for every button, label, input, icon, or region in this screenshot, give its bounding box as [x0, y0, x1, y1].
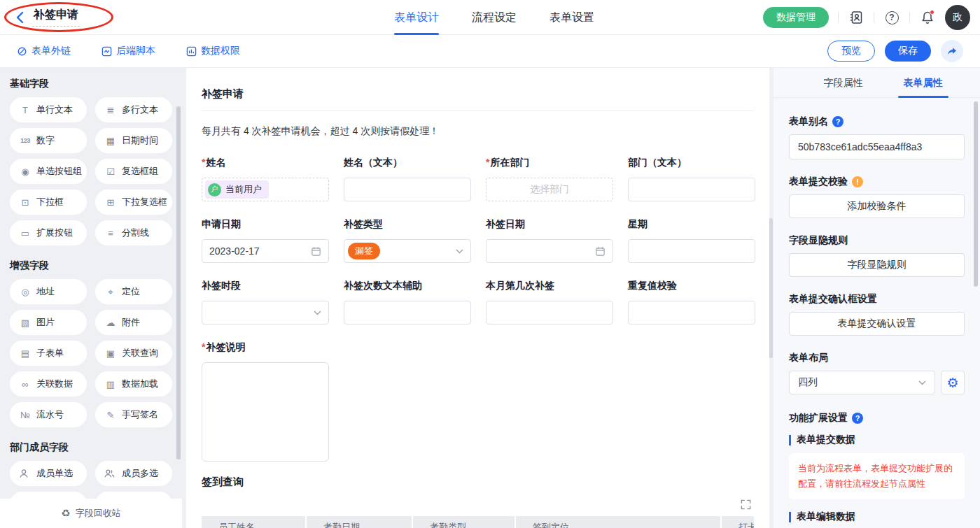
- field-name-text[interactable]: 姓名（文本）: [344, 157, 471, 201]
- contacts-icon[interactable]: [848, 9, 864, 26]
- form-external-link[interactable]: 表单外链: [17, 45, 71, 57]
- back-icon[interactable]: [15, 11, 25, 24]
- field-row-1: 姓名 户 当前用户 姓名（文本） 所在部门 选择部门: [202, 157, 754, 201]
- field-pill-radio-group[interactable]: ◉单选按钮组: [10, 159, 87, 184]
- field-pill-serial-number[interactable]: №流水号: [10, 402, 87, 427]
- field-recycle-bin[interactable]: ♻ 字段回收站: [0, 499, 182, 528]
- sidebar-scrollbar[interactable]: [176, 106, 181, 459]
- field-pill-multi-text[interactable]: ≣多行文本: [95, 97, 172, 122]
- tab-form-design[interactable]: 表单设计: [394, 0, 439, 35]
- field-pill-relation-query[interactable]: ▣关联查询: [95, 341, 172, 366]
- field-row-3: 补签时段 补签次数文本辅助 本月第几次补签 重复值校验: [202, 280, 754, 324]
- tab-flow-setting[interactable]: 流程设定: [472, 0, 517, 35]
- field-pill-relation-data[interactable]: ∞关联数据: [10, 371, 87, 397]
- department-text-input[interactable]: [628, 178, 755, 201]
- field-dup-check[interactable]: 重复值校验: [628, 280, 755, 324]
- app-header: 补签申请 表单设计 流程设定 表单设置 数据管理 ?: [0, 0, 980, 35]
- remark-textarea[interactable]: [202, 362, 329, 462]
- expand-icon[interactable]: [741, 499, 751, 511]
- field-row-4: 补签说明: [202, 341, 754, 462]
- field-pill-data-load[interactable]: ▥数据加载: [95, 371, 172, 397]
- sign-type-select[interactable]: 漏签: [344, 239, 471, 263]
- name-control[interactable]: 户 当前用户: [202, 178, 329, 201]
- field-sign-type[interactable]: 补签类型 漏签: [344, 218, 471, 263]
- field-sign-date[interactable]: 补签日期: [486, 218, 613, 263]
- field-remark[interactable]: 补签说明: [202, 341, 329, 462]
- serial-number-icon: №: [19, 411, 31, 420]
- data-manage-button[interactable]: 数据管理: [763, 7, 829, 28]
- notification-icon[interactable]: [919, 9, 936, 26]
- avatar[interactable]: 政: [945, 5, 970, 30]
- field-pill-single-text[interactable]: T单行文本: [10, 97, 87, 122]
- form-title[interactable]: 补签申请: [202, 87, 754, 101]
- weekday-input[interactable]: [628, 239, 755, 263]
- panel-scrollbar[interactable]: [974, 101, 978, 287]
- help-badge-icon[interactable]: ?: [852, 413, 863, 424]
- query-tools: [202, 499, 754, 511]
- name-text-input[interactable]: [344, 178, 471, 201]
- relation-data-icon: ∞: [19, 380, 31, 389]
- field-pill-number[interactable]: 123数字: [10, 128, 87, 153]
- help-icon[interactable]: ?: [883, 9, 900, 26]
- attachment-icon: ☁: [104, 318, 117, 327]
- field-pill-select[interactable]: ⊡下拉框: [10, 190, 87, 215]
- month-nth-input[interactable]: [486, 301, 613, 324]
- extension-title-row: 功能扩展设置 ?: [789, 411, 965, 425]
- field-pill-extend-button[interactable]: ▭扩展按钮: [10, 220, 87, 245]
- field-department-text[interactable]: 部门（文本）: [628, 157, 755, 201]
- layout-select[interactable]: 四列: [789, 371, 935, 394]
- layout-settings-button[interactable]: ⚙: [941, 371, 965, 394]
- field-pill-member-multi[interactable]: 成员多选: [95, 461, 172, 486]
- warning-badge-icon[interactable]: !: [852, 176, 863, 187]
- field-count-helper[interactable]: 补签次数文本辅助: [344, 280, 471, 324]
- tab-field-props[interactable]: 字段属性: [824, 68, 863, 98]
- field-apply-date[interactable]: 申请日期 2023-02-17: [202, 218, 329, 263]
- field-pill-subform[interactable]: ▤子表单: [10, 341, 87, 366]
- tab-form-setting[interactable]: 表单设置: [550, 0, 594, 35]
- field-pill-member-single[interactable]: 成员单选: [10, 461, 87, 486]
- back-group[interactable]: 补签申请: [15, 8, 80, 27]
- field-pill-signature[interactable]: ✎手写签名: [95, 402, 172, 427]
- field-month-nth[interactable]: 本月第几次补签: [486, 280, 613, 324]
- field-weekday[interactable]: 星期: [628, 218, 755, 263]
- form-description[interactable]: 每月共有 4 次补签申请机会，超过 4 次则按请假处理！: [202, 125, 754, 138]
- form-name-title[interactable]: 补签申请: [32, 8, 80, 27]
- field-label: 补签类型: [344, 218, 471, 234]
- visibility-rules-button[interactable]: 字段显隐规则: [789, 253, 965, 277]
- layout-label-row: 表单布局: [789, 351, 965, 365]
- field-pill-divider[interactable]: ≡分割线: [95, 220, 172, 245]
- field-pill-datetime[interactable]: ▦日期时间: [95, 128, 172, 153]
- share-button[interactable]: [941, 40, 963, 62]
- query-table-header: 员工姓名 考勤日期 考勤类型 签到定位 打卡时间: [202, 516, 754, 528]
- field-pill-location[interactable]: ⌖定位: [95, 279, 172, 304]
- canvas-scrollbar[interactable]: [769, 218, 773, 358]
- field-pill-multi-select[interactable]: ⊞下拉复选框: [95, 190, 172, 215]
- dup-check-input[interactable]: [628, 301, 755, 324]
- field-pill-address[interactable]: ◎地址: [10, 279, 87, 304]
- backend-script-link[interactable]: 后端脚本: [102, 45, 155, 57]
- submit-confirm-button[interactable]: 表单提交确认设置: [789, 312, 965, 336]
- field-name[interactable]: 姓名 户 当前用户: [202, 157, 329, 201]
- sign-date-input[interactable]: [486, 239, 613, 263]
- query-section-title[interactable]: 签到查询: [202, 476, 754, 488]
- divider: [874, 12, 874, 23]
- form-alias-input[interactable]: [789, 134, 965, 159]
- preview-button[interactable]: 预览: [827, 41, 875, 62]
- department-picker[interactable]: 选择部门: [486, 178, 613, 201]
- field-department[interactable]: 所在部门 选择部门: [486, 157, 613, 201]
- field-period[interactable]: 补签时段: [202, 280, 329, 324]
- form-designer-app: 补签申请 表单设计 流程设定 表单设置 数据管理 ?: [0, 0, 980, 528]
- save-button[interactable]: 保存: [885, 41, 931, 62]
- apply-date-input[interactable]: 2023-02-17: [202, 239, 329, 263]
- help-badge-icon[interactable]: ?: [832, 116, 844, 127]
- field-pill-attachment[interactable]: ☁附件: [95, 310, 172, 335]
- count-helper-input[interactable]: [344, 301, 471, 324]
- field-pill-image[interactable]: ▧图片: [10, 310, 87, 335]
- period-select[interactable]: [202, 301, 329, 324]
- tab-form-props[interactable]: 表单属性: [904, 68, 943, 98]
- table-header-cell: 考勤类型: [413, 516, 514, 528]
- field-pill-checkbox-group[interactable]: ☑复选框组: [95, 159, 172, 184]
- data-permission-link[interactable]: 数据权限: [186, 45, 240, 57]
- calendar-icon: [311, 246, 321, 257]
- add-validation-button[interactable]: 添加校验条件: [789, 194, 965, 218]
